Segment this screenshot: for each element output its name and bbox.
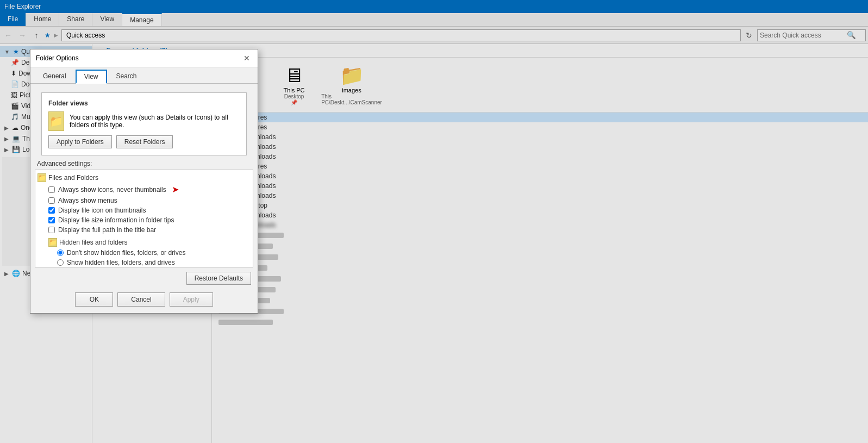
setting-label: Always show menus xyxy=(58,197,117,204)
show-hidden-radio[interactable] xyxy=(57,259,64,266)
hidden-files-group: 📁 Hidden files and folders xyxy=(38,237,248,248)
hidden-group-label: Hidden files and folders xyxy=(59,239,127,246)
restore-row: Restore Defaults xyxy=(30,272,258,288)
cancel-button[interactable]: Cancel xyxy=(117,292,165,307)
dialog-close-button[interactable]: ✕ xyxy=(241,53,252,64)
apply-button[interactable]: Apply xyxy=(170,292,213,307)
folder-views-label: Folder views xyxy=(48,99,240,107)
folder-views-buttons: Apply to Folders Reset Folders xyxy=(48,135,240,148)
setting-label: Don't show hidden files, folders, or dri… xyxy=(67,249,185,257)
setting-label: Display file size information in folder … xyxy=(58,216,174,224)
folder-sample-icon: 📁 xyxy=(49,115,63,128)
setting-always-show-menus[interactable]: Always show menus xyxy=(38,196,248,205)
folder-views-description: You can apply this view (such as Details… xyxy=(70,114,240,129)
advanced-settings-label: Advanced settings: xyxy=(37,160,251,167)
setting-label: Show hidden files, folders, and drives xyxy=(67,259,175,266)
always-show-icons-checkbox[interactable] xyxy=(48,186,55,193)
folder-views-row: 📁 You can apply this view (such as Detai… xyxy=(48,111,240,131)
tab-search[interactable]: Search xyxy=(108,70,145,83)
display-file-icon-checkbox[interactable] xyxy=(48,207,55,214)
always-show-menus-checkbox[interactable] xyxy=(48,197,55,204)
setting-label: Display the full path in the title bar xyxy=(58,226,156,234)
dialog-titlebar: Folder Options ✕ xyxy=(30,49,258,67)
dont-show-hidden-radio[interactable] xyxy=(57,249,64,256)
files-and-folders-group: 📁 Files and Folders xyxy=(38,172,248,183)
apply-to-folders-button[interactable]: Apply to Folders xyxy=(48,135,112,148)
setting-display-full-path[interactable]: Display the full path in the title bar xyxy=(38,225,248,235)
setting-display-file-size[interactable]: Display file size information in folder … xyxy=(38,215,248,225)
folder-icon-box: 📁 xyxy=(48,111,64,131)
ok-button[interactable]: OK xyxy=(75,292,113,307)
setting-display-file-icon[interactable]: Display file icon on thumbnails xyxy=(38,205,248,215)
tab-view[interactable]: View xyxy=(76,70,107,84)
display-file-size-checkbox[interactable] xyxy=(48,217,55,223)
settings-list-inner: 📁 Files and Folders Always show icons, n… xyxy=(38,172,251,267)
red-arrow-indicator: ➤ xyxy=(172,184,179,195)
display-full-path-checkbox[interactable] xyxy=(48,227,55,233)
folder-views-section: Folder views 📁 You can apply this view (… xyxy=(41,92,247,155)
folder-group-icon: 📁 xyxy=(38,173,46,182)
setting-label: Always show icons, never thumbnails xyxy=(58,186,166,194)
restore-defaults-button[interactable]: Restore Defaults xyxy=(186,272,251,285)
dialog-footer: OK Cancel Apply xyxy=(30,288,258,313)
reset-folders-button[interactable]: Reset Folders xyxy=(116,135,173,148)
setting-always-show-icons[interactable]: Always show icons, never thumbnails ➤ xyxy=(38,183,248,196)
setting-show-hidden[interactable]: Show hidden files, folders, and drives xyxy=(38,258,248,267)
hidden-folder-icon: 📁 xyxy=(48,238,57,247)
group-label: Files and Folders xyxy=(48,174,98,182)
setting-label: Display file icon on thumbnails xyxy=(58,207,146,214)
dialog-tabs: General View Search xyxy=(30,67,258,84)
setting-dont-show-hidden[interactable]: Don't show hidden files, folders, or dri… xyxy=(38,248,248,258)
dialog-title: Folder Options xyxy=(36,54,79,62)
folder-options-dialog: Folder Options ✕ General View Search Fol… xyxy=(30,49,258,314)
settings-list[interactable]: 📁 Files and Folders Always show icons, n… xyxy=(35,170,253,267)
tab-general[interactable]: General xyxy=(35,70,74,83)
